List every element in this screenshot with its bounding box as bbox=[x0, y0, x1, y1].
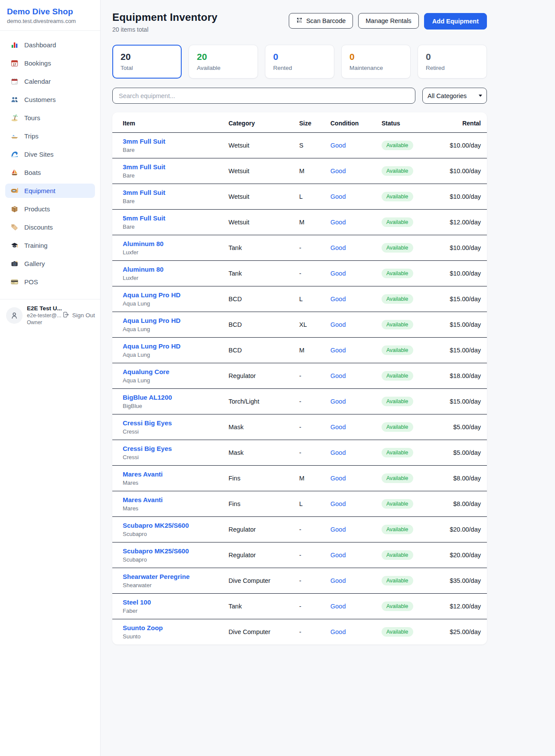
add-equipment-button[interactable]: Add Equipment bbox=[424, 13, 487, 30]
item-link[interactable]: 3mm Full Suit bbox=[123, 138, 229, 145]
table-row: Suunto ZoopSuuntoDive Computer-GoodAvail… bbox=[112, 619, 487, 645]
user-name: E2E Test U... bbox=[27, 305, 58, 312]
rental-cell: $5.00/day bbox=[447, 440, 487, 466]
item-brand: Aqua Lung bbox=[123, 352, 229, 358]
item-link[interactable]: Suunto Zoop bbox=[123, 624, 229, 631]
item-brand: Mares bbox=[123, 480, 229, 486]
sidebar-item-boats[interactable]: Boats bbox=[5, 165, 95, 180]
item-link[interactable]: Shearwater Peregrine bbox=[123, 573, 229, 580]
item-link[interactable]: Aqualung Core bbox=[123, 368, 229, 375]
stat-value: 0 bbox=[273, 52, 326, 62]
manage-rentals-button[interactable]: Manage Rentals bbox=[358, 13, 419, 29]
item-link[interactable]: Scubapro MK25/S600 bbox=[123, 522, 229, 529]
condition-link[interactable]: Good bbox=[330, 603, 346, 610]
sidebar-item-customers[interactable]: Customers bbox=[5, 92, 95, 107]
sidebar-item-training[interactable]: Training bbox=[5, 238, 95, 253]
sign-out-button[interactable]: Sign Out bbox=[62, 311, 95, 319]
item-link[interactable]: 3mm Full Suit bbox=[123, 189, 229, 196]
condition-link[interactable]: Good bbox=[330, 424, 346, 431]
brand[interactable]: Demo Dive Shop demo.test.divestreams.com bbox=[0, 0, 100, 31]
sidebar-item-dashboard[interactable]: Dashboard bbox=[5, 38, 95, 52]
item-link[interactable]: Aluminum 80 bbox=[123, 240, 229, 247]
sidebar-item-gallery[interactable]: Gallery bbox=[5, 256, 95, 271]
category-select[interactable]: All Categories bbox=[422, 88, 487, 104]
stat-card-retired[interactable]: 0Retired bbox=[418, 45, 487, 79]
sidebar-item-pos[interactable]: POS bbox=[5, 275, 95, 289]
sidebar-item-trips[interactable]: Trips bbox=[5, 129, 95, 143]
item-link[interactable]: Aqua Lung Pro HD bbox=[123, 342, 229, 350]
item-brand: Scubapro bbox=[123, 531, 229, 537]
item-link[interactable]: Scubapro MK25/S600 bbox=[123, 547, 229, 555]
condition-link[interactable]: Good bbox=[330, 398, 346, 405]
condition-link[interactable]: Good bbox=[330, 270, 346, 277]
item-link[interactable]: Cressi Big Eyes bbox=[123, 445, 229, 452]
condition-link[interactable]: Good bbox=[330, 193, 346, 200]
table-row: 3mm Full SuitBareWetsuitLGoodAvailable$1… bbox=[112, 184, 487, 210]
item-link[interactable]: Aqua Lung Pro HD bbox=[123, 317, 229, 324]
sidebar-item-bookings[interactable]: 17Bookings bbox=[5, 56, 95, 70]
item-link[interactable]: BigBlue AL1200 bbox=[123, 394, 229, 401]
main-content: Equipment Inventory 20 items total bbox=[101, 0, 555, 756]
condition-link[interactable]: Good bbox=[330, 347, 346, 354]
sidebar-item-discounts[interactable]: Discounts bbox=[5, 220, 95, 234]
item-link[interactable]: 3mm Full Suit bbox=[123, 163, 229, 171]
condition-link[interactable]: Good bbox=[330, 142, 346, 149]
condition-link[interactable]: Good bbox=[330, 168, 346, 174]
category-cell: BCD bbox=[229, 338, 299, 363]
condition-link[interactable]: Good bbox=[330, 296, 346, 302]
item-link[interactable]: Steel 100 bbox=[123, 598, 229, 606]
category-cell: Torch/Light bbox=[229, 389, 299, 414]
category-cell: Regulator bbox=[229, 363, 299, 389]
item-link[interactable]: Cressi Big Eyes bbox=[123, 419, 229, 427]
item-link[interactable]: Aqua Lung Pro HD bbox=[123, 291, 229, 299]
brand-domain: demo.test.divestreams.com bbox=[7, 18, 93, 24]
condition-link[interactable]: Good bbox=[330, 526, 346, 533]
table-row: Aqua Lung Pro HDAqua LungBCDXLGoodAvaila… bbox=[112, 312, 487, 338]
sidebar-item-calendar[interactable]: Calendar bbox=[5, 74, 95, 89]
item-link[interactable]: 5mm Full Suit bbox=[123, 214, 229, 222]
table-row: Steel 100FaberTank-GoodAvailable$12.00/d… bbox=[112, 594, 487, 619]
sidebar-item-tours[interactable]: Tours bbox=[5, 111, 95, 125]
table-row: 5mm Full SuitBareWetsuitMGoodAvailable$1… bbox=[112, 210, 487, 235]
person-icon bbox=[10, 311, 19, 320]
sidebar-item-dive-sites[interactable]: Dive Sites bbox=[5, 147, 95, 161]
sidebar-item-label: Boats bbox=[24, 169, 41, 177]
stat-card-rented[interactable]: 0Rented bbox=[265, 45, 334, 79]
condition-link[interactable]: Good bbox=[330, 500, 346, 507]
rental-cell: $35.00/day bbox=[447, 568, 487, 594]
user-section: E2E Test U... e2e-tester@... Owner Sign … bbox=[0, 299, 100, 331]
status-badge: Available bbox=[382, 320, 413, 330]
condition-link[interactable]: Good bbox=[330, 577, 346, 584]
stat-card-maintenance[interactable]: 0Maintenance bbox=[341, 45, 411, 79]
condition-link[interactable]: Good bbox=[330, 219, 346, 226]
column-header-condition: Condition bbox=[330, 112, 382, 133]
condition-link[interactable]: Good bbox=[330, 552, 346, 559]
stat-value: 20 bbox=[197, 52, 250, 62]
stat-card-available[interactable]: 20Available bbox=[189, 45, 258, 79]
brand-name[interactable]: Demo Dive Shop bbox=[7, 7, 93, 16]
camera-icon bbox=[10, 260, 19, 268]
sidebar-item-equipment[interactable]: Equipment bbox=[5, 184, 95, 198]
user-info: E2E Test U... e2e-tester@... Owner bbox=[27, 305, 58, 325]
item-link[interactable]: Mares Avanti bbox=[123, 470, 229, 478]
scan-barcode-button[interactable]: Scan Barcode bbox=[289, 13, 353, 29]
condition-link[interactable]: Good bbox=[330, 372, 346, 379]
condition-link[interactable]: Good bbox=[330, 475, 346, 482]
item-brand: Cressi bbox=[123, 428, 229, 435]
condition-link[interactable]: Good bbox=[330, 244, 346, 251]
sidebar-item-products[interactable]: Products bbox=[5, 202, 95, 216]
item-link[interactable]: Mares Avanti bbox=[123, 496, 229, 503]
status-badge: Available bbox=[382, 192, 413, 202]
stat-card-total[interactable]: 20Total bbox=[112, 45, 182, 79]
status-badge: Available bbox=[382, 243, 413, 253]
item-link[interactable]: Aluminum 80 bbox=[123, 266, 229, 273]
size-cell: - bbox=[299, 414, 330, 440]
rental-cell: $10.00/day bbox=[447, 158, 487, 184]
search-input[interactable] bbox=[112, 88, 415, 104]
size-cell: M bbox=[299, 210, 330, 235]
add-equipment-label: Add Equipment bbox=[432, 18, 479, 25]
condition-link[interactable]: Good bbox=[330, 449, 346, 456]
condition-link[interactable]: Good bbox=[330, 628, 346, 635]
condition-link[interactable]: Good bbox=[330, 321, 346, 328]
category-cell: BCD bbox=[229, 286, 299, 312]
